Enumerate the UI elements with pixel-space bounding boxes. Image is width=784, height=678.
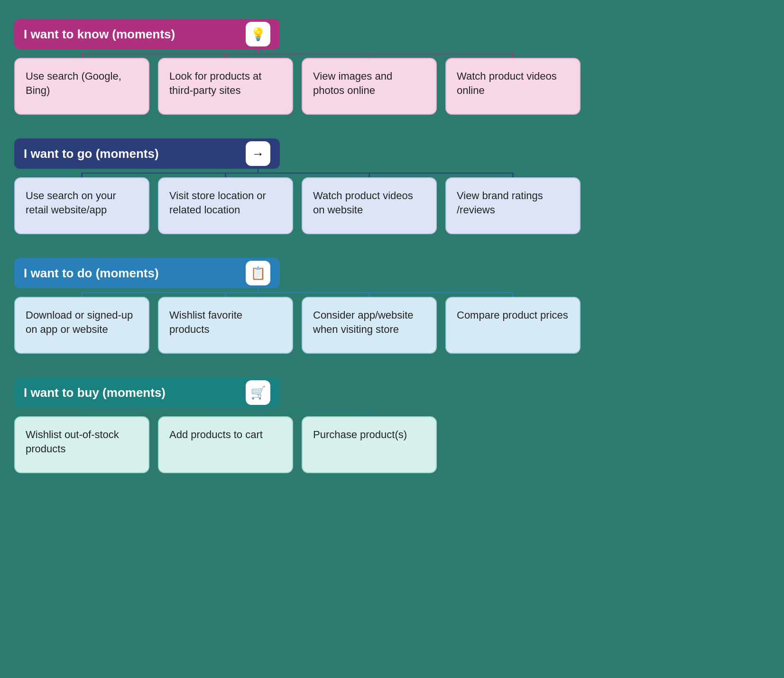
bar-icon-know: 💡 xyxy=(246,22,270,46)
section-know: I want to know (moments)💡Use search (Goo… xyxy=(14,19,770,119)
card-know-0: Use search (Google, Bing) xyxy=(14,58,149,115)
card-label-do-0: Download or signed-up on app or website xyxy=(26,308,138,336)
bar-icon-buy: 🛒 xyxy=(246,380,270,405)
card-do-3: Compare product prices xyxy=(445,297,581,354)
card-know-2: View images and photos online xyxy=(302,58,437,115)
section-buy: I want to buy (moments)🛒Wishlist out-of-… xyxy=(14,377,770,478)
card-label-buy-2: Purchase product(s) xyxy=(313,428,407,442)
card-label-know-1: Look for products at third-party sites xyxy=(169,69,282,97)
card-go-3: View brand ratings /reviews xyxy=(445,177,581,234)
card-know-1: Look for products at third-party sites xyxy=(158,58,293,115)
bar-label-know: I want to know (moments) xyxy=(24,27,240,42)
cards-row-know: Use search (Google, Bing)Look for produc… xyxy=(14,58,770,115)
card-label-do-3: Compare product prices xyxy=(457,308,568,322)
bar-label-do: I want to do (moments) xyxy=(24,266,240,281)
bar-label-go: I want to go (moments) xyxy=(24,147,240,161)
card-do-1: Wishlist favorite products xyxy=(158,297,293,354)
card-go-2: Watch product videos on website xyxy=(302,177,437,234)
card-label-go-1: Visit store location or related location xyxy=(169,189,282,217)
card-label-know-2: View images and photos online xyxy=(313,69,425,97)
card-label-go-0: Use search on your retail website/app xyxy=(26,189,138,217)
diagram: I want to know (moments)💡Use search (Goo… xyxy=(14,19,770,478)
header-bar-go: I want to go (moments)→ xyxy=(14,138,280,169)
cards-row-buy: Wishlist out-of-stock productsAdd produc… xyxy=(14,416,770,473)
bar-icon-go: → xyxy=(246,141,270,166)
header-bar-do: I want to do (moments)📋 xyxy=(14,258,280,288)
card-label-buy-0: Wishlist out-of-stock products xyxy=(26,428,138,456)
bar-icon-do: 📋 xyxy=(246,261,270,285)
card-label-buy-1: Add products to cart xyxy=(169,428,263,442)
section-do: I want to do (moments)📋Download or signe… xyxy=(14,258,770,358)
card-go-0: Use search on your retail website/app xyxy=(14,177,149,234)
card-do-0: Download or signed-up on app or website xyxy=(14,297,149,354)
bar-label-buy: I want to buy (moments) xyxy=(24,385,240,400)
section-go: I want to go (moments)→Use search on you… xyxy=(14,138,770,239)
card-label-go-2: Watch product videos on website xyxy=(313,189,425,217)
card-label-know-0: Use search (Google, Bing) xyxy=(26,69,138,97)
card-do-2: Consider app/website when visiting store xyxy=(302,297,437,354)
header-bar-know: I want to know (moments)💡 xyxy=(14,19,280,49)
card-buy-2: Purchase product(s) xyxy=(302,416,437,473)
card-buy-1: Add products to cart xyxy=(158,416,293,473)
card-label-do-1: Wishlist favorite products xyxy=(169,308,282,336)
card-buy-0: Wishlist out-of-stock products xyxy=(14,416,149,473)
header-bar-buy: I want to buy (moments)🛒 xyxy=(14,377,280,408)
card-label-go-3: View brand ratings /reviews xyxy=(457,189,569,217)
card-label-know-3: Watch product videos online xyxy=(457,69,569,97)
cards-row-go: Use search on your retail website/appVis… xyxy=(14,177,770,234)
card-label-do-2: Consider app/website when visiting store xyxy=(313,308,425,336)
card-know-3: Watch product videos online xyxy=(445,58,581,115)
cards-row-do: Download or signed-up on app or websiteW… xyxy=(14,297,770,354)
card-go-1: Visit store location or related location xyxy=(158,177,293,234)
